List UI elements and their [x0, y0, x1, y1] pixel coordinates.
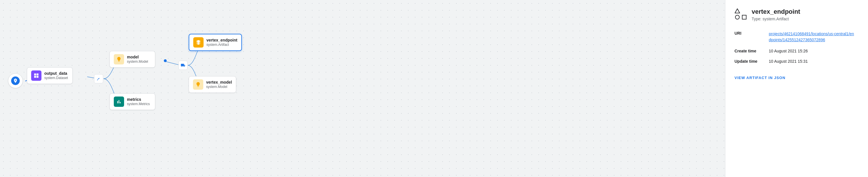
- model-icon: [114, 54, 124, 65]
- pipeline-connections: [0, 0, 725, 177]
- triangle-icon: [735, 8, 740, 14]
- output-data-node[interactable]: output_data system.Dataset: [27, 67, 73, 84]
- detail-panel: vertex_endpoint Type: system.Artifact UR…: [725, 0, 868, 177]
- metrics-type: system.Metrics: [127, 102, 150, 106]
- output-data-type: system.Dataset: [44, 76, 68, 80]
- connector-box-1[interactable]: [94, 74, 103, 83]
- circle-icon: [735, 15, 740, 20]
- vertex-model-name: vertex_model: [206, 80, 232, 85]
- view-json-button[interactable]: VIEW ARTIFACT IN JSON: [735, 76, 785, 80]
- vertex-model-type: system.Model: [206, 85, 232, 90]
- connector-box-2[interactable]: [178, 61, 188, 70]
- uri-row: URI projects/462141068491/locations/us-c…: [735, 28, 859, 46]
- vertex-endpoint-name: vertex_endpoint: [207, 37, 237, 43]
- source-node-icon: [11, 76, 20, 85]
- detail-table: URI projects/462141068491/locations/us-c…: [735, 28, 859, 67]
- output-data-name: output_data: [44, 71, 68, 76]
- model-name: model: [127, 54, 148, 59]
- vertex-endpoint-type: system.Artifact: [207, 43, 237, 47]
- update-time-row: Update time 10 August 2021 15:31: [735, 56, 859, 67]
- model-type: system.Model: [127, 59, 148, 64]
- metrics-node[interactable]: metrics system.Metrics: [110, 93, 155, 110]
- model-node[interactable]: model system.Model: [110, 51, 155, 68]
- pipeline-canvas: output_data system.Dataset model system.…: [0, 0, 725, 177]
- update-time-value: 10 August 2021 15:31: [769, 56, 859, 67]
- detail-header: vertex_endpoint Type: system.Artifact: [735, 8, 859, 21]
- uri-link[interactable]: projects/462141068491/locations/us-centr…: [769, 31, 855, 43]
- update-time-label: Update time: [735, 56, 769, 67]
- detail-title-group: vertex_endpoint Type: system.Artifact: [752, 8, 800, 21]
- detail-icon-group: [735, 8, 747, 20]
- vertex-model-node[interactable]: vertex_model system.Model: [189, 76, 236, 93]
- vertex-model-icon: [193, 79, 203, 90]
- svg-point-6: [164, 59, 167, 62]
- metrics-name: metrics: [127, 97, 150, 102]
- artifact-icon-shapes: [735, 8, 747, 20]
- svg-marker-7: [735, 9, 740, 13]
- source-node[interactable]: [8, 73, 23, 88]
- uri-label: URI: [735, 28, 769, 46]
- vertex-endpoint-node[interactable]: vertex_endpoint system.Artifact: [189, 34, 242, 51]
- square-icon: [741, 15, 747, 20]
- create-time-value: 10 August 2021 15:26: [769, 46, 859, 56]
- output-data-icon: [31, 71, 41, 81]
- detail-subtitle: Type: system.Artifact: [752, 17, 800, 21]
- detail-title: vertex_endpoint: [752, 8, 800, 16]
- create-time-label: Create time: [735, 46, 769, 56]
- metrics-icon: [114, 97, 124, 107]
- create-time-row: Create time 10 August 2021 15:26: [735, 46, 859, 56]
- vertex-endpoint-icon: [193, 37, 204, 48]
